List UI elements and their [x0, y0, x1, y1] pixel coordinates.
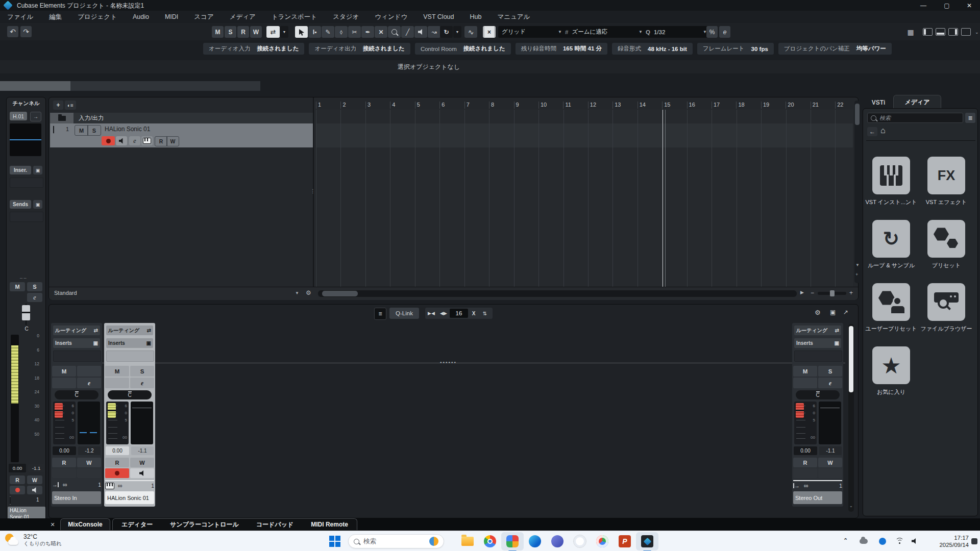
track-write-button[interactable]: W — [166, 136, 179, 146]
channel-fader-cap[interactable] — [22, 305, 30, 320]
chrome-icon[interactable] — [479, 532, 501, 550]
mixconsole-window-icon[interactable]: ▣ — [830, 309, 836, 316]
inserts-bypass-icon[interactable]: ▣ — [33, 166, 42, 174]
channel-slot-button[interactable]: H.01 — [10, 112, 27, 120]
strip-monitor-cell[interactable] — [77, 468, 101, 478]
channel-open-icon[interactable]: → — [30, 112, 41, 121]
tray-cloud-icon[interactable] — [860, 539, 868, 544]
track-read-button[interactable]: R — [155, 136, 167, 146]
track-solo-button[interactable]: S — [87, 125, 101, 136]
menu-item[interactable]: Audio — [132, 12, 150, 22]
strip-edit-button[interactable]: e — [818, 378, 842, 388]
menu-item[interactable]: MIDI — [164, 12, 179, 22]
draw-tool-icon[interactable]: ✎ — [322, 26, 334, 38]
strip-record-button[interactable] — [105, 468, 129, 478]
strip-fader[interactable]: 6 0 5 00 — [794, 402, 817, 444]
hscroll-thumb[interactable] — [322, 291, 358, 296]
status-segment[interactable]: オーディオ出力接続されました — [309, 43, 410, 55]
channel-read-button[interactable]: R — [10, 475, 25, 484]
channel-count-value[interactable]: 16 — [450, 309, 468, 318]
track-preset-label[interactable]: Standard — [54, 290, 77, 296]
vzoom-minus-icon[interactable]: ▼ — [855, 263, 860, 267]
tab-mixconsole[interactable]: MixConsole — [60, 518, 110, 530]
strip-fader[interactable]: 6 0 5 00 — [53, 402, 76, 444]
tile-loops-samples[interactable]: ↻ — [872, 220, 910, 258]
wifi-icon[interactable] — [895, 538, 903, 544]
qlink-button[interactable]: Q-Link — [389, 308, 419, 319]
strip-listen-cell[interactable] — [52, 378, 76, 388]
menu-item[interactable]: ウィンドウ — [374, 11, 408, 23]
wide-channels-icon[interactable]: ◀▶ — [437, 311, 450, 316]
status-segment[interactable]: Control Room接続されました — [415, 43, 511, 55]
tab-vsti[interactable]: VSTi — [866, 97, 891, 108]
insert-slot[interactable] — [106, 350, 154, 362]
split-tool-icon[interactable]: ✂ — [348, 26, 361, 38]
fader-cap[interactable] — [108, 403, 116, 418]
zones-setup-icon[interactable] — [961, 28, 971, 36]
channel-write-button[interactable]: W — [27, 475, 42, 484]
loop-dropdown[interactable]: ▼ — [453, 26, 461, 38]
strip-pan-control[interactable]: C — [796, 390, 840, 399]
strip-write-button[interactable]: W — [130, 458, 154, 467]
send-slot[interactable] — [10, 212, 43, 222]
strip-write-button[interactable]: W — [77, 458, 101, 467]
inserts-bar[interactable]: Inserts▣ — [794, 338, 841, 348]
strip-mute-button[interactable]: M — [105, 366, 129, 377]
strip-solo-cell[interactable] — [77, 366, 101, 377]
track-monitor-button[interactable] — [116, 136, 127, 145]
minimize-button[interactable]: — — [912, 0, 935, 11]
right-zone-toggle-icon[interactable] — [948, 28, 958, 36]
ramp-tool-icon[interactable]: ↝ — [428, 26, 440, 38]
event-display[interactable] — [316, 110, 853, 287]
fader-cap[interactable] — [796, 403, 804, 418]
strip-monitor-button[interactable] — [130, 468, 154, 478]
strip-volume-value[interactable]: 0.00 — [794, 446, 817, 455]
strip-read-button[interactable]: R — [105, 458, 129, 467]
tray-bluetooth-icon[interactable] — [879, 538, 886, 545]
sends-section-button[interactable]: Sends — [10, 200, 31, 209]
maximize-button[interactable]: ▢ — [935, 0, 959, 11]
start-button[interactable] — [329, 536, 340, 547]
status-segment[interactable]: オーディオ入力接続されました — [203, 43, 304, 55]
strip-write-button[interactable]: W — [818, 458, 842, 467]
menu-item[interactable]: トランスポート — [271, 11, 318, 23]
mixer-strip-stereo-in[interactable]: ルーティング⇄ Inserts▣ M e C 6 0 5 00 0.00 -1.… — [51, 323, 102, 507]
tab-editor[interactable]: エディター — [121, 520, 153, 529]
track-edit-button[interactable]: e — [129, 136, 140, 145]
loop-icon[interactable]: ↻ — [440, 26, 453, 38]
media-home-icon[interactable]: ⌂ — [880, 126, 886, 135]
strip-edit-button[interactable]: e — [130, 378, 154, 388]
tab-media[interactable]: メディア — [893, 95, 941, 109]
lower-zone-toggle-icon[interactable] — [936, 28, 945, 36]
autoscroll-icon[interactable]: ⇄ — [266, 26, 280, 38]
hzoom-slider-thumb[interactable] — [830, 290, 835, 296]
project-vscrollbar[interactable]: ▼ + — [854, 101, 860, 283]
workspace-layout-icon[interactable]: ▦ — [904, 26, 917, 38]
channel-solo-button[interactable]: S — [27, 282, 42, 291]
browser-icon[interactable] — [591, 532, 614, 550]
mixconsole-vscrollbar[interactable]: ⌄ — [848, 324, 854, 512]
hzoom-slider[interactable] — [818, 292, 846, 295]
channel-record-button[interactable] — [10, 486, 25, 494]
tile-user-presets[interactable] — [872, 283, 910, 321]
close-button[interactable]: ✕ — [959, 0, 980, 11]
status-segment[interactable]: プロジェクトのパン補正均等パワー — [778, 43, 892, 55]
audition-tool-icon[interactable] — [414, 26, 427, 38]
menu-item[interactable]: メディア — [229, 11, 257, 23]
channel-mute-button[interactable]: M — [10, 282, 25, 291]
strip-record-cell[interactable] — [793, 468, 817, 478]
mixer-strip-stereo-out[interactable]: ルーティング⇄ Inserts▣ M S e C 6 0 5 00 0.00 -… — [792, 323, 843, 507]
insert-slot[interactable] — [53, 350, 101, 362]
write-all-button[interactable]: W — [250, 26, 262, 38]
grid-type-dropdown[interactable]: # ズームに適応▼ — [561, 26, 646, 38]
strip-listen-cell[interactable] — [793, 378, 817, 388]
snap-type-dropdown[interactable]: グリッド▼ — [498, 26, 566, 38]
strip-pan-control[interactable]: C — [108, 390, 152, 399]
mute-tool-icon[interactable]: ✕ — [375, 26, 387, 38]
tab-midi-remote[interactable]: MIDI Remote — [311, 521, 348, 528]
solo-all-button[interactable]: S — [225, 26, 236, 38]
read-all-button[interactable]: R — [237, 26, 249, 38]
strip-mute-button[interactable]: M — [52, 366, 76, 377]
footer-gear-icon[interactable]: ⚙ — [306, 289, 311, 296]
strip-name-label[interactable]: Stereo Out — [793, 491, 842, 504]
